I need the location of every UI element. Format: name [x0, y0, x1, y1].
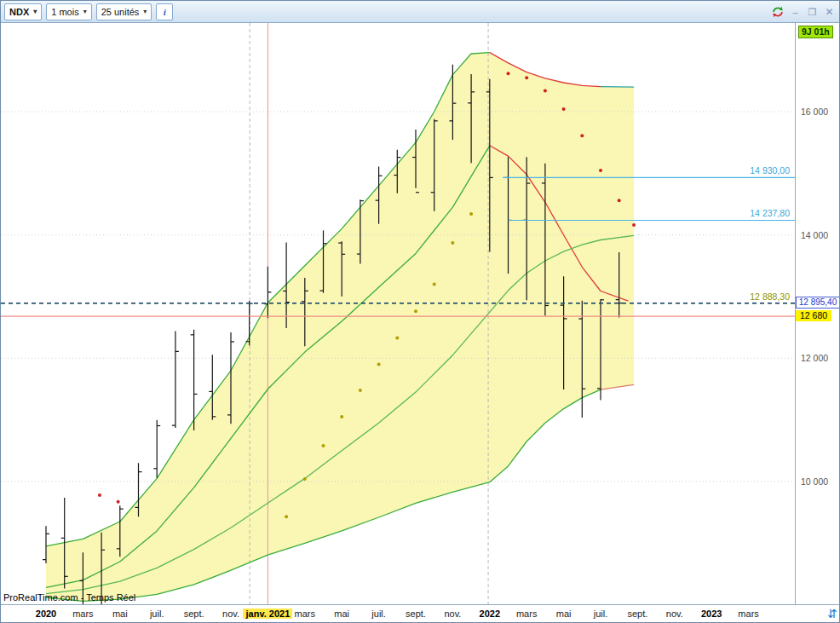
chart-window: NDX ▾ 1 mois ▾ 25 unités ▾ i – ❐ ✕ — [0, 0, 840, 623]
time-label-selected: janv. 2021 — [244, 609, 293, 619]
price-tick-label: 14 000 — [801, 230, 828, 240]
time-tick-label: juil. — [371, 609, 386, 619]
units-dropdown[interactable]: 25 unités ▾ — [96, 3, 152, 20]
time-tick-label: mars — [72, 609, 93, 619]
candle-countdown-badge: 9J 01h — [798, 26, 833, 38]
time-tick-label: nov. — [222, 609, 239, 619]
units-label: 25 unités — [101, 7, 140, 17]
symbol-dropdown[interactable]: NDX ▾ — [4, 3, 42, 20]
timeframe-label: 1 mois — [51, 7, 78, 17]
time-tick-label: sept. — [184, 609, 204, 619]
watermark: ProRealTime.com - Temps Réel — [3, 592, 135, 603]
band-fill — [46, 53, 634, 602]
restore-button[interactable]: ❐ — [806, 5, 819, 19]
time-tick-label: nov. — [666, 609, 683, 619]
resistance-1-label: 14 930,00 — [750, 165, 790, 176]
time-tick-label: mai — [112, 609, 128, 619]
axis-settings-icon[interactable]: ⇵ — [827, 607, 837, 620]
toolbar: NDX ▾ 1 mois ▾ 25 unités ▾ i – ❐ ✕ — [1, 1, 839, 23]
resistance-2-label: 14 237,80 — [750, 208, 790, 218]
timeframe-dropdown[interactable]: 1 mois ▾ — [46, 3, 91, 20]
price-axis[interactable]: 9J 01h 12 895,40 12 680 16 00014 00012 0… — [795, 23, 840, 604]
price-tick-label: 16 000 — [801, 107, 828, 117]
info-icon: i — [164, 7, 166, 17]
time-axis[interactable]: ⇵ 2020marsmaijuil.sept.nov.janv. 2021mar… — [1, 604, 840, 623]
symbol-label: NDX — [9, 7, 29, 17]
close-button[interactable]: ✕ — [823, 5, 836, 19]
chevron-down-icon: ▾ — [33, 9, 37, 15]
time-tick-label: sept. — [627, 609, 647, 619]
info-button[interactable]: i — [156, 3, 173, 20]
time-tick-label: sept. — [406, 609, 426, 619]
minimize-button[interactable]: – — [789, 5, 802, 19]
time-tick-label: mars — [738, 609, 758, 619]
time-tick-label: mars — [295, 609, 315, 619]
chevron-down-icon: ▾ — [83, 9, 87, 15]
chevron-down-icon: ▾ — [143, 9, 147, 15]
price-tick-label: 10 000 — [801, 476, 828, 487]
chart-canvas[interactable]: ProRealTime.com - Temps Réel 14 930,0014… — [1, 23, 795, 604]
time-tick-label: 2023 — [701, 609, 722, 619]
time-tick-label: juil. — [594, 609, 608, 619]
price-tick-label: 12 000 — [801, 353, 828, 363]
time-tick-label: mai — [556, 609, 572, 619]
price-chart-svg — [1, 23, 795, 604]
alert-price-badge: 12 680 — [796, 310, 831, 321]
reference-close-label: 12 888,30 — [750, 291, 790, 302]
last-price-badge: 12 895,40 — [796, 297, 840, 309]
refresh-icon[interactable] — [771, 5, 785, 19]
time-tick-label: juil. — [150, 609, 164, 619]
time-tick-label: 2020 — [36, 609, 56, 619]
time-tick-label: mai — [334, 609, 349, 619]
time-tick-label: 2022 — [480, 609, 500, 619]
time-tick-label: mars — [516, 609, 537, 619]
time-tick-label: nov. — [444, 609, 461, 619]
